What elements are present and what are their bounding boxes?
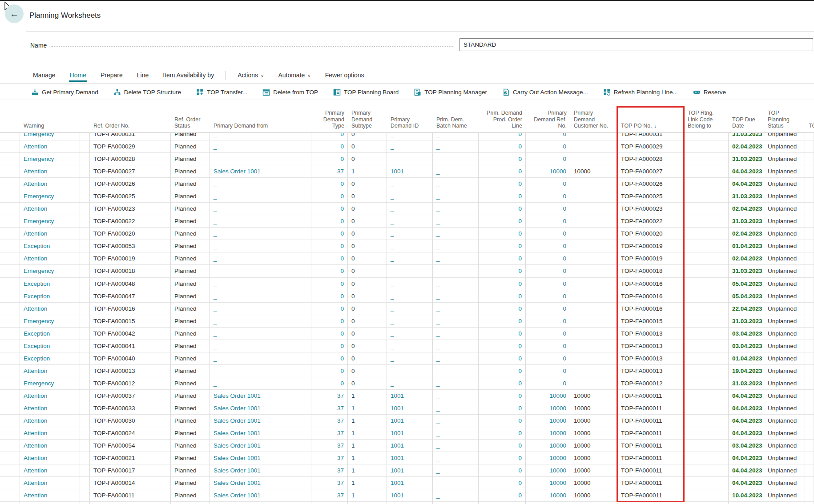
cell-gutter2[interactable] (80, 427, 90, 440)
cell-rtng_link[interactable] (684, 440, 729, 452)
cell-prod_order_line[interactable] (479, 502, 526, 504)
cell-demand_type[interactable]: 0 (311, 365, 348, 377)
cell-top_po_no[interactable]: TOP-FA000026 (617, 178, 684, 190)
cell-demand_id[interactable]: _ (387, 252, 433, 265)
cell-demand_id[interactable]: _ (387, 228, 433, 240)
cell-rtng_link[interactable] (684, 402, 729, 415)
cell-top_po_no[interactable]: TOP-FA000031 (617, 133, 684, 140)
cell-demand_subtype[interactable]: 1 (348, 390, 387, 402)
table-row[interactable]: ExceptionTOP-FA000042Planned_00__00TOP-F… (0, 328, 814, 340)
cell-demand_id[interactable]: _ (387, 153, 433, 165)
menu-item-actions[interactable]: Actions∨ (237, 69, 265, 82)
cell-demand_type[interactable]: 0 (311, 190, 348, 203)
cell-demand_id[interactable]: 1001 (387, 440, 433, 452)
cell-warning[interactable]: Emergency (20, 215, 80, 228)
cell-batch_name[interactable]: _ (433, 352, 479, 365)
cell-demand_subtype[interactable]: 1 (348, 440, 387, 452)
cell-rtng_link[interactable] (684, 315, 729, 328)
cell-due_date[interactable]: 05.04.2023 (729, 290, 764, 303)
column-header-overflow[interactable]: TOP (805, 107, 814, 132)
cell-gutter2[interactable] (80, 190, 90, 203)
cell-top_po_no[interactable]: TOP-FA000011 (617, 440, 684, 452)
cell-overflow[interactable] (805, 477, 814, 489)
cell-demand_type[interactable]: 0 (311, 377, 348, 390)
table-row[interactable]: AttentionTOP-FA000013Planned_00__00TOP-F… (0, 365, 814, 377)
cell-demand_from[interactable]: _ (210, 365, 311, 377)
cell-overflow[interactable] (805, 315, 814, 328)
cell-customer_no[interactable] (570, 178, 617, 190)
cell-top_po_no[interactable]: TOP-FA000016 (617, 290, 684, 303)
cell-ref_order_status[interactable]: Planned (171, 133, 210, 140)
cell-rtng_link[interactable] (684, 489, 729, 502)
cell-batch_name[interactable] (433, 502, 479, 504)
cell-gutter[interactable] (0, 477, 20, 489)
cell-demand_id[interactable]: _ (387, 290, 433, 303)
cell-demand_subtype[interactable]: 0 (348, 133, 387, 140)
cell-customer_no[interactable] (570, 228, 617, 240)
cell-demand_type[interactable]: 37 (311, 165, 348, 178)
cell-due_date[interactable]: 04.04.2023 (729, 415, 764, 427)
cell-overflow[interactable] (805, 340, 814, 352)
cell-demand_ref_no[interactable]: 0 (526, 153, 570, 165)
cell-demand_type[interactable]: 0 (311, 328, 348, 340)
cell-demand_from[interactable]: _ (210, 328, 311, 340)
cell-gutter2[interactable] (80, 133, 90, 140)
cell-gutter[interactable] (0, 489, 20, 502)
cell-gutter2[interactable] (80, 352, 90, 365)
cell-rtng_link[interactable] (684, 252, 729, 265)
cell-demand_from[interactable]: _ (210, 340, 311, 352)
cell-prod_order_line[interactable]: 0 (479, 452, 526, 464)
cell-customer_no[interactable]: 10000 (570, 489, 617, 502)
cell-demand_id[interactable]: 1001 (387, 452, 433, 464)
cell-gutter[interactable] (0, 365, 20, 377)
cell-due_date[interactable]: 02.04.2023 (729, 228, 764, 240)
cell-ref_order_no[interactable]: TOP-FA000047 (90, 290, 171, 303)
cell-ref_order_status[interactable]: Planned (171, 252, 210, 265)
cell-ref_order_status[interactable]: Planned (171, 440, 210, 452)
cell-demand_from[interactable]: _ (210, 278, 311, 290)
cell-gutter[interactable] (0, 415, 20, 427)
cell-ref_order_status[interactable]: Planned (171, 140, 210, 153)
cell-demand_type[interactable]: 0 (311, 215, 348, 228)
cell-ref_order_no[interactable] (90, 502, 171, 504)
cell-demand_subtype[interactable]: 1 (348, 452, 387, 464)
cell-warning[interactable]: Attention (20, 252, 80, 265)
cell-demand_from[interactable]: Sales Order 1001 (210, 440, 311, 452)
cell-due_date[interactable]: 04.04.2023 (729, 452, 764, 464)
table-row[interactable]: EmergencyTOP-FA000022Planned_00__00TOP-F… (0, 215, 814, 228)
cell-top_po_no[interactable]: TOP-FA000028 (617, 153, 684, 165)
cell-prod_order_line[interactable]: 0 (479, 464, 526, 477)
cell-demand_id[interactable]: _ (387, 315, 433, 328)
cell-due_date[interactable]: 03.04.2023 (729, 340, 764, 352)
cell-prod_order_line[interactable]: 0 (479, 415, 526, 427)
cell-overflow[interactable] (805, 228, 814, 240)
cell-gutter2[interactable] (80, 477, 90, 489)
cell-ref_order_no[interactable]: TOP-FA000027 (90, 165, 171, 178)
cell-top_po_no[interactable]: TOP-FA000011 (617, 489, 684, 502)
cell-demand_subtype[interactable]: 1 (348, 477, 387, 489)
cell-warning[interactable]: Exception (20, 328, 80, 340)
cell-rtng_link[interactable] (684, 303, 729, 315)
cell-demand_from[interactable]: _ (210, 240, 311, 252)
cell-overflow[interactable] (805, 240, 814, 252)
cell-demand_id[interactable]: 1001 (387, 415, 433, 427)
cell-rtng_link[interactable] (684, 190, 729, 203)
cell-ref_order_no[interactable]: TOP-FA000014 (90, 477, 171, 489)
cell-planning_status[interactable]: Unplanned (764, 140, 805, 153)
cell-planning_status[interactable]: Unplanned (764, 203, 805, 215)
cell-top_po_no[interactable]: TOP-FA000011 (617, 415, 684, 427)
cell-demand_subtype[interactable]: 0 (348, 252, 387, 265)
cell-ref_order_no[interactable]: TOP-FA000053 (90, 240, 171, 252)
cell-top_po_no[interactable]: TOP-FA000011 (617, 477, 684, 489)
cell-ref_order_status[interactable]: Planned (171, 464, 210, 477)
cell-demand_type[interactable]: 0 (311, 265, 348, 277)
table-row[interactable]: EmergencyTOP-FA000012Planned_00__00TOP-F… (0, 377, 814, 390)
cell-planning_status[interactable]: Unplanned (764, 133, 805, 140)
cell-customer_no[interactable] (570, 377, 617, 390)
cell-demand_from[interactable]: Sales Order 1001 (210, 427, 311, 440)
cell-gutter2[interactable] (80, 303, 90, 315)
cell-planning_status[interactable]: Unplanned (764, 252, 805, 265)
cell-demand_subtype[interactable]: 0 (348, 178, 387, 190)
cell-rtng_link[interactable] (684, 140, 729, 153)
cell-demand_ref_no[interactable]: 10000 (526, 415, 570, 427)
